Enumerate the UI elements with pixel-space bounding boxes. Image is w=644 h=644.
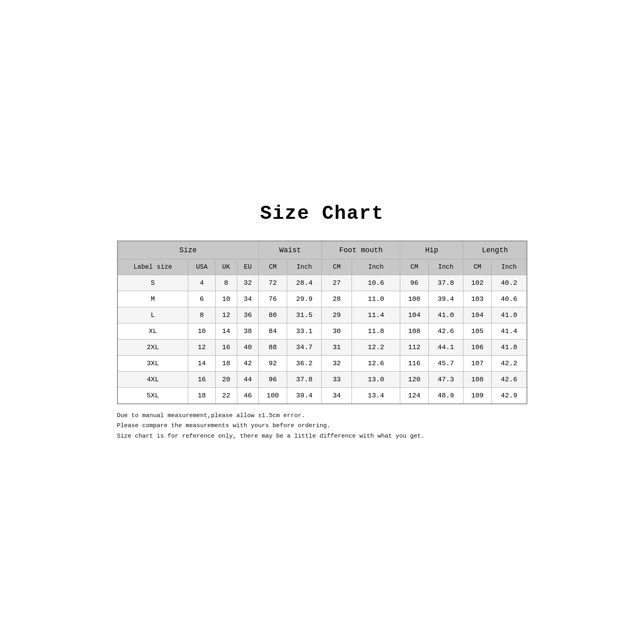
table-cell: 14 bbox=[188, 355, 215, 371]
table-cell: 12.2 bbox=[352, 339, 400, 355]
table-cell: 40.2 bbox=[492, 275, 527, 291]
col-header: Label size bbox=[117, 259, 188, 275]
table-cell: 13.4 bbox=[352, 387, 400, 404]
col-header: CM bbox=[463, 259, 492, 275]
table-cell: 11.8 bbox=[352, 323, 400, 339]
table-cell: 14 bbox=[215, 323, 237, 339]
notes-section: Due to manual measurement,please allow ±… bbox=[117, 411, 527, 442]
table-cell: 105 bbox=[463, 323, 492, 339]
col-header: CM bbox=[322, 259, 352, 275]
table-cell: 8 bbox=[188, 307, 215, 323]
table-cell: 41.4 bbox=[492, 323, 527, 339]
table-cell: 16 bbox=[215, 339, 237, 355]
table-cell: 104 bbox=[463, 307, 492, 323]
table-cell: 42.6 bbox=[428, 323, 463, 339]
col-header: USA bbox=[188, 259, 215, 275]
table-cell: 44 bbox=[237, 371, 259, 387]
col-header: CM bbox=[259, 259, 287, 275]
table-cell: 40.6 bbox=[492, 291, 527, 307]
table-cell: 72 bbox=[259, 275, 287, 291]
table-row: 4XL1620449637.83313.012047.310842.6 bbox=[117, 371, 527, 387]
table-cell: 4 bbox=[188, 275, 215, 291]
table-cell: 41.8 bbox=[492, 339, 527, 355]
table-cell: 37.8 bbox=[428, 275, 463, 291]
table-cell: 108 bbox=[463, 371, 492, 387]
table-row: M610347629.92811.010039.410340.6 bbox=[117, 291, 527, 307]
table-cell: 33.1 bbox=[287, 323, 322, 339]
table-cell: 10.6 bbox=[352, 275, 400, 291]
table-cell: 120 bbox=[400, 371, 428, 387]
table-row: S48327228.42710.69637.810240.2 bbox=[117, 275, 527, 291]
table-cell: 41.0 bbox=[428, 307, 463, 323]
table-cell: 29 bbox=[322, 307, 352, 323]
table-cell: 4XL bbox=[117, 371, 188, 387]
table-cell: 34.7 bbox=[287, 339, 322, 355]
table-cell: 104 bbox=[400, 307, 428, 323]
table-cell: 102 bbox=[463, 275, 492, 291]
table-row: XL1014388433.13011.810842.610541.4 bbox=[117, 323, 527, 339]
table-cell: 36.2 bbox=[287, 355, 322, 371]
table-cell: 88 bbox=[259, 339, 287, 355]
table-row: 5XL18224610039.43413.412448.910942.9 bbox=[117, 387, 527, 404]
table-cell: 32 bbox=[322, 355, 352, 371]
table-cell: 13.0 bbox=[352, 371, 400, 387]
table-cell: 103 bbox=[463, 291, 492, 307]
table-cell: 18 bbox=[188, 387, 215, 404]
table-cell: 31.5 bbox=[287, 307, 322, 323]
table-cell: 2XL bbox=[117, 339, 188, 355]
table-cell: 96 bbox=[400, 275, 428, 291]
table-cell: 34 bbox=[237, 291, 259, 307]
table-cell: 3XL bbox=[117, 355, 188, 371]
table-cell: 44.1 bbox=[428, 339, 463, 355]
table-cell: 32 bbox=[237, 275, 259, 291]
table-cell: 106 bbox=[463, 339, 492, 355]
table-cell: 34 bbox=[322, 387, 352, 404]
col-header: Inch bbox=[492, 259, 527, 275]
table-cell: 41.0 bbox=[492, 307, 527, 323]
col-header: Inch bbox=[352, 259, 400, 275]
table-cell: 100 bbox=[400, 291, 428, 307]
table-cell: 28.4 bbox=[287, 275, 322, 291]
col-header: Inch bbox=[287, 259, 322, 275]
table-cell: 12 bbox=[215, 307, 237, 323]
table-cell: 96 bbox=[259, 371, 287, 387]
table-cell: 116 bbox=[400, 355, 428, 371]
col-header: UK bbox=[215, 259, 237, 275]
table-row: 3XL1418429236.23212.611645.710742.2 bbox=[117, 355, 527, 371]
table-row: L812368031.52911.410441.010441.0 bbox=[117, 307, 527, 323]
table-header-row-1: SizeWaistFoot mouthHipLength bbox=[117, 241, 527, 259]
table-cell: 33 bbox=[322, 371, 352, 387]
col-header: Inch bbox=[428, 259, 463, 275]
page-title: Size Chart bbox=[117, 203, 527, 224]
table-cell: 27 bbox=[322, 275, 352, 291]
size-table: SizeWaistFoot mouthHipLength Label sizeU… bbox=[117, 241, 527, 404]
table-cell: 31 bbox=[322, 339, 352, 355]
table-cell: 20 bbox=[215, 371, 237, 387]
table-header-row-2: Label sizeUSAUKEUCMInchCMInchCMInchCMInc… bbox=[117, 259, 527, 275]
page-container: Size Chart SizeWaistFoot mouthHipLength … bbox=[101, 179, 543, 466]
table-cell: 10 bbox=[215, 291, 237, 307]
table-cell: 107 bbox=[463, 355, 492, 371]
table-cell: 38 bbox=[237, 323, 259, 339]
table-cell: 42.6 bbox=[492, 371, 527, 387]
table-cell: 10 bbox=[188, 323, 215, 339]
table-cell: 36 bbox=[237, 307, 259, 323]
table-cell: 42 bbox=[237, 355, 259, 371]
table-cell: 46 bbox=[237, 387, 259, 404]
table-cell: XL bbox=[117, 323, 188, 339]
table-cell: 42.2 bbox=[492, 355, 527, 371]
col-group-header: Foot mouth bbox=[322, 241, 400, 259]
note-line: Size chart is for reference only, there … bbox=[117, 431, 527, 442]
table-cell: 6 bbox=[188, 291, 215, 307]
table-cell: 12 bbox=[188, 339, 215, 355]
table-cell: 124 bbox=[400, 387, 428, 404]
table-cell: 12.6 bbox=[352, 355, 400, 371]
table-cell: 16 bbox=[188, 371, 215, 387]
table-cell: 80 bbox=[259, 307, 287, 323]
note-line: Please compare the measurements with you… bbox=[117, 421, 527, 431]
col-group-header: Length bbox=[463, 241, 527, 259]
col-group-header: Size bbox=[117, 241, 259, 259]
table-cell: 29.9 bbox=[287, 291, 322, 307]
table-cell: 30 bbox=[322, 323, 352, 339]
table-cell: S bbox=[117, 275, 188, 291]
